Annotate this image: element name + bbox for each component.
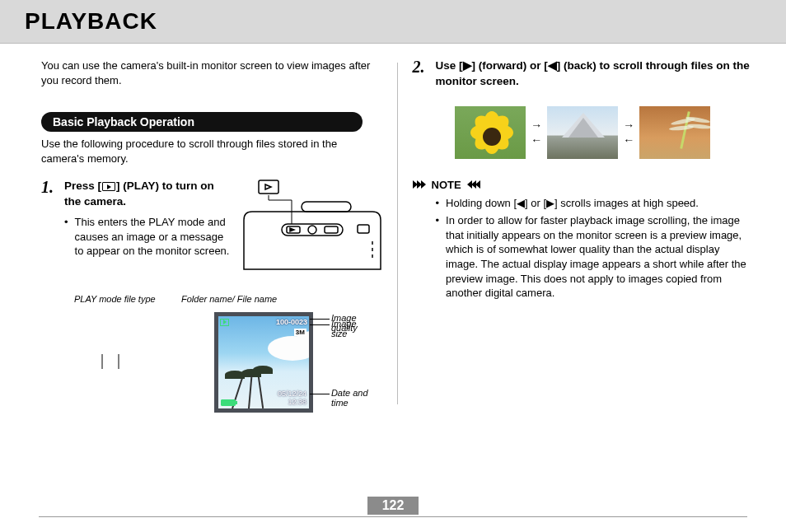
- playback-screen: 100-0023 3M 05/12/24 12:38: [214, 312, 313, 413]
- thumb-dragonfly: [639, 106, 710, 159]
- svg-marker-1: [265, 184, 271, 189]
- step-title: Use [▶] (forward) or [◀] (back) to scrol…: [436, 58, 754, 90]
- arrow-icons: →←: [531, 119, 542, 146]
- note-item: Holding down [◀] or [▶] scrolls images a…: [436, 196, 754, 211]
- battery-icon: [221, 399, 236, 406]
- note-text: Holding down [◀] or [▶] scrolls images a…: [446, 196, 699, 211]
- play-icon: [102, 182, 115, 191]
- page-number: 122: [39, 497, 747, 517]
- note-text: In order to allow for faster playback im…: [446, 213, 753, 300]
- note-list: Holding down [◀] or [▶] scrolls images a…: [413, 196, 754, 301]
- step-title: Press [] (PLAY) to turn on the camera.: [64, 179, 234, 210]
- title-bar: PLAYBACK: [0, 0, 786, 44]
- scroll-thumbnails: →← →←: [413, 106, 754, 159]
- time-readout: 12:38: [278, 399, 306, 407]
- play-mode-icon: [220, 319, 229, 326]
- content: You can use the camera's built-in monito…: [0, 44, 786, 413]
- arrow-icons: →←: [623, 119, 634, 146]
- camera-top-diagram: [242, 179, 382, 278]
- section-desc: Use the following procedure to scroll th…: [41, 137, 382, 166]
- folder-file-readout: 100-0023: [276, 318, 307, 326]
- page-number-value: 122: [367, 497, 419, 515]
- chevron-left-icon: [468, 180, 480, 189]
- step-bullet: This enters the PLAY mode and causes an …: [64, 215, 234, 259]
- label-play-mode-file-type: PLAY mode file type: [74, 294, 181, 304]
- date-time-readout: 05/12/24 12:38: [278, 390, 306, 407]
- label-folder-file-name: Folder name/ File name: [181, 294, 321, 304]
- chevron-right-icon: [413, 180, 425, 189]
- note-heading: NOTE: [413, 179, 754, 191]
- playback-screen-diagram: PLAY mode file type Folder name/ File na…: [74, 294, 371, 413]
- right-column: 2. Use [▶] (forward) or [◀] (back) to sc…: [398, 58, 762, 413]
- svg-rect-8: [358, 225, 369, 233]
- step-number: 1.: [41, 179, 58, 195]
- svg-rect-7: [325, 226, 338, 233]
- left-column: You can use the camera's built-in monito…: [25, 58, 397, 413]
- page-title: PLAYBACK: [25, 8, 761, 35]
- note-item: In order to allow for faster playback im…: [436, 213, 754, 300]
- svg-marker-5: [290, 228, 294, 231]
- thumb-flower: [455, 106, 526, 159]
- svg-rect-2: [302, 202, 351, 212]
- step-number: 2.: [413, 58, 429, 75]
- intro-text: You can use the camera's built-in monito…: [41, 58, 382, 87]
- note-label: NOTE: [432, 179, 461, 191]
- bullet-text: This enters the PLAY mode and causes an …: [75, 215, 234, 259]
- image-size-readout: 3M: [294, 329, 306, 336]
- label-date-time: Date and time: [331, 388, 368, 408]
- step-1: 1. Press [] (PLAY) to turn on the camera…: [41, 179, 382, 278]
- svg-rect-0: [259, 180, 278, 194]
- section-heading: Basic Playback Operation: [41, 112, 363, 132]
- step-2: 2. Use [▶] (forward) or [◀] (back) to sc…: [413, 58, 754, 90]
- svg-point-6: [308, 226, 316, 234]
- label-image-size: Image size: [331, 319, 357, 338]
- thumb-mountain: [547, 106, 618, 159]
- step-title-before: Press [: [64, 180, 101, 192]
